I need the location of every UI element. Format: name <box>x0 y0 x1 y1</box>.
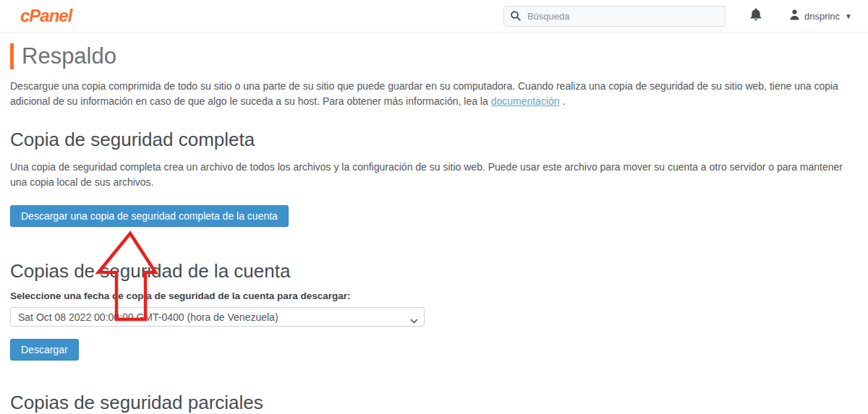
user-menu[interactable]: dnsprinc ▼ <box>788 9 852 24</box>
notifications-button[interactable] <box>749 7 762 25</box>
partial-backups-heading: Copias de seguridad parciales <box>10 392 858 413</box>
search-box <box>503 6 726 27</box>
download-full-backup-button[interactable]: Descargar una copia de seguridad complet… <box>10 205 289 227</box>
caret-down-icon: ▼ <box>845 12 852 20</box>
backup-date-label: Seleccione una fecha de copia de segurid… <box>10 290 858 301</box>
intro-text-tail: . <box>560 95 566 107</box>
account-backups-heading: Copias de seguridad de la cuenta <box>10 260 858 282</box>
topbar: cPanel dnsprinc ▼ <box>0 0 868 33</box>
username-label: dnsprinc <box>804 11 840 22</box>
download-account-backup-button[interactable]: Descargar <box>10 339 79 361</box>
intro-text: Descargue una copia comprimida de todo s… <box>10 80 838 107</box>
backup-page: Respaldo Descargue una copia comprimida … <box>0 43 868 413</box>
cpanel-logo[interactable]: cPanel <box>20 6 72 26</box>
intro-paragraph: Descargue una copia comprimida de todo s… <box>10 79 858 109</box>
search-input[interactable] <box>503 6 726 27</box>
user-icon <box>788 9 801 24</box>
backup-date-select-wrap: Sat Oct 08 2022 00:00:00 GMT-0400 (hora … <box>10 307 425 327</box>
page-title: Respaldo <box>10 43 858 69</box>
full-backup-description: Una copia de seguridad completa crea un … <box>10 160 858 190</box>
search-icon <box>510 10 522 25</box>
bell-icon <box>749 7 762 25</box>
documentation-link[interactable]: documentación <box>491 95 560 107</box>
full-backup-heading: Copia de seguridad completa <box>10 129 858 150</box>
backup-date-select[interactable]: Sat Oct 08 2022 00:00:00 GMT-0400 (hora … <box>10 307 425 327</box>
